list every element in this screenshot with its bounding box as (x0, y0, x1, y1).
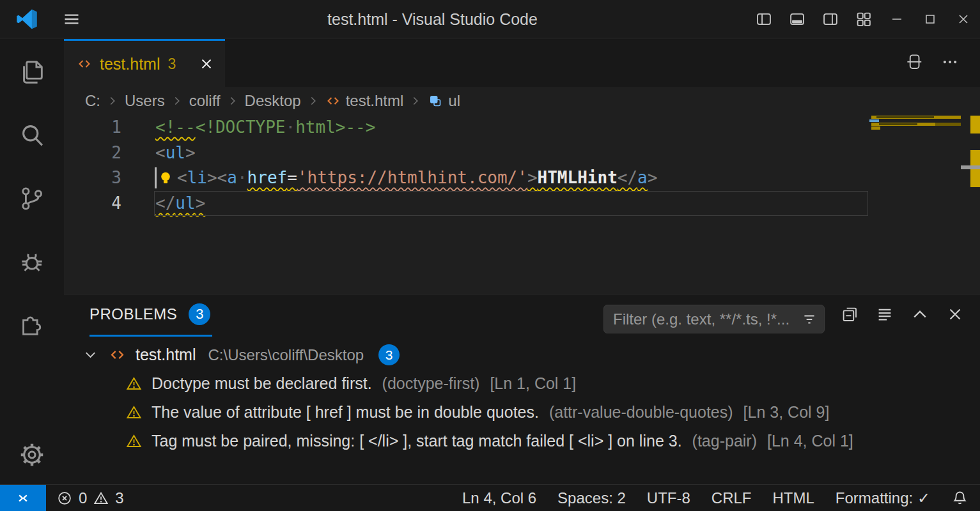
breadcrumb-item-testhtml[interactable]: test.html (325, 92, 404, 110)
split-editor-icon[interactable] (905, 52, 924, 74)
error-count-icon (56, 490, 73, 507)
settings-gear-icon[interactable] (13, 436, 51, 474)
problem-position: [Ln 4, Col 1] (767, 432, 853, 450)
lightbulb-icon[interactable] (157, 169, 175, 187)
warning-icon (125, 432, 143, 450)
warning-icon (125, 375, 143, 392)
line-content: <!--<!DOCTYPE·html>--> (64, 115, 980, 141)
source-control-icon[interactable] (13, 179, 51, 218)
problem-source: (doctype-first) (382, 374, 480, 393)
problem-row-1[interactable]: Doctype must be declared first.(doctype-… (64, 369, 980, 398)
filter-icon[interactable] (801, 311, 818, 328)
toggle-primary-sidebar-icon[interactable] (747, 0, 781, 38)
code-line-3[interactable]: 3<li><a·href='https://htmlhint.com/'>HTM… (64, 165, 980, 191)
code-token: a (227, 168, 237, 187)
line-content: </ul> (64, 191, 980, 217)
tab-test-html[interactable]: test.html 3 (64, 39, 225, 87)
code-token: > (185, 143, 196, 162)
status-language-mode[interactable]: HTML (773, 489, 814, 507)
code-token: = (287, 168, 297, 187)
menu-icon[interactable] (60, 10, 83, 28)
chevron-down-icon[interactable] (82, 346, 99, 363)
code-token: </ (618, 168, 637, 187)
problem-row-2[interactable]: The value of attribute [ href ] must be … (64, 398, 980, 427)
code-token: ul (166, 143, 185, 162)
maximize-panel-icon[interactable] (910, 305, 929, 326)
run-and-debug-icon[interactable] (13, 243, 51, 281)
code-line-1[interactable]: 1<!--<!DOCTYPE·html>--> (64, 115, 980, 141)
problem-row-3[interactable]: Tag must be paired, missing: [ </li> ], … (64, 427, 980, 455)
code-token: li (187, 168, 207, 187)
problem-source: (attr-value-double-quotes) (549, 403, 733, 422)
activity-bar (0, 39, 64, 484)
warning-icon (125, 404, 143, 421)
tab-bar: test.html 3 (64, 39, 980, 87)
toggle-secondary-sidebar-icon[interactable] (814, 0, 847, 38)
code-token: >< (207, 168, 227, 187)
panel-header: PROBLEMS 3 (64, 294, 980, 337)
breadcrumb-label: Users (125, 92, 165, 110)
minimap[interactable] (866, 111, 962, 225)
breadcrumb-label: coliff (189, 92, 221, 110)
problems-filter (603, 305, 825, 333)
problems-file-group[interactable]: test.htmlC:\Users\coliff\Desktop3 (64, 340, 980, 369)
problem-position: [Ln 1, Col 1] (490, 374, 576, 393)
remote-indicator[interactable] (0, 485, 46, 511)
toggle-panel-icon[interactable] (781, 0, 814, 38)
extensions-icon[interactable] (13, 306, 51, 344)
tab-close-icon[interactable] (198, 56, 215, 72)
line-number: 3 (64, 165, 121, 191)
line-content: <ul> (64, 141, 980, 166)
status-bar: 0 3 Ln 4, Col 6Spaces: 2UTF-8CRLFHTMLFor… (0, 484, 980, 511)
status-encoding[interactable]: UTF-8 (647, 489, 690, 507)
line-number: 1 (64, 115, 121, 141)
minimize-button[interactable] (880, 0, 914, 38)
explorer-icon[interactable] (13, 53, 51, 91)
breadcrumbs: C:UserscoliffDesktoptest.htmlul (64, 87, 980, 115)
breadcrumb-item-users[interactable]: Users (125, 92, 165, 110)
status-cursor-position[interactable]: Ln 4, Col 6 (462, 489, 536, 507)
code-token: <!-- (155, 118, 196, 137)
problems-list: test.htmlC:\Users\coliff\Desktop3Doctype… (64, 337, 980, 455)
notifications-bell-icon[interactable] (951, 489, 968, 507)
overview-ruler[interactable] (970, 39, 980, 294)
chevron-right-icon (105, 94, 120, 108)
remote-icon (14, 489, 32, 507)
customize-layout-icon[interactable] (847, 0, 880, 38)
breadcrumb-item-coliff[interactable]: coliff (189, 92, 221, 110)
line-content: <li><a·href='https://htmlhint.com/'>HTML… (64, 165, 980, 191)
problems-count-badge: 3 (189, 303, 210, 325)
problem-position: [Ln 3, Col 9] (743, 403, 830, 422)
editor-group: test.html 3 C:UserscoliffDesktoptest.htm… (64, 39, 980, 294)
code-line-4[interactable]: 4</ul> (64, 191, 980, 217)
line-number: 4 (64, 191, 121, 217)
more-actions-icon[interactable] (940, 52, 960, 74)
warning-count-icon (93, 490, 109, 507)
view-as-table-icon[interactable] (875, 305, 894, 326)
search-icon[interactable] (13, 116, 51, 155)
breadcrumb-item-desktop[interactable]: Desktop (245, 92, 301, 110)
code-token: HTMLHint (538, 168, 618, 187)
code-token: · (237, 168, 247, 187)
close-panel-icon[interactable] (945, 305, 965, 326)
problems-file-name: test.html (136, 346, 196, 364)
problems-filter-input[interactable] (613, 310, 801, 328)
maximize-button[interactable] (914, 0, 947, 38)
breadcrumb-item-c[interactable]: C: (85, 92, 100, 110)
status-eol-sequence[interactable]: CRLF (712, 489, 752, 507)
status-problems[interactable]: 0 3 (56, 489, 124, 507)
problems-panel: PROBLEMS 3 (64, 294, 980, 484)
status-indentation[interactable]: Spaces: 2 (557, 489, 626, 507)
warning-count: 3 (115, 489, 123, 507)
code-line-2[interactable]: 2<ul> (64, 141, 980, 166)
warning-mark (970, 116, 980, 133)
code-token: < (177, 168, 187, 187)
cursor-mark (961, 165, 980, 169)
problems-file-count-badge: 3 (378, 344, 400, 365)
status-formatting[interactable]: Formatting: ✓ (836, 489, 930, 507)
collapse-all-icon[interactable] (840, 305, 859, 326)
close-window-button[interactable] (947, 0, 980, 38)
tab-problems[interactable]: PROBLEMS 3 (89, 303, 210, 325)
code-editor[interactable]: 1<!--<!DOCTYPE·html>-->2<ul>3<li><a·href… (64, 115, 980, 216)
breadcrumb-item-ul[interactable]: ul (428, 92, 460, 110)
